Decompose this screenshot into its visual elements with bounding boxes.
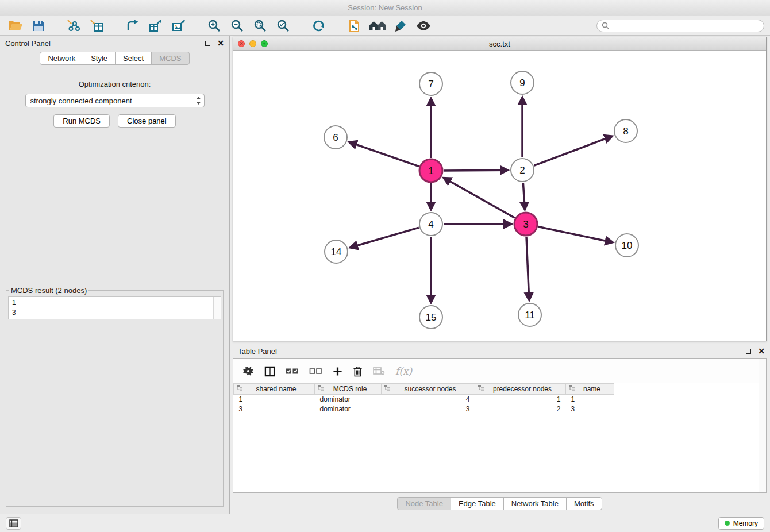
session-document-button[interactable] [345,17,364,34]
minimize-window-icon[interactable]: − [249,40,256,47]
show-graphics-details-button[interactable] [414,17,433,34]
deselect-all-button[interactable] [309,367,322,376]
add-column-button[interactable] [333,367,342,376]
import-table-button[interactable] [87,17,107,34]
cell-shared-name[interactable]: 3 [234,404,315,414]
main-toolbar [0,16,770,36]
delete-column-button[interactable] [353,366,363,377]
criterion-dropdown-value: strongly connected component [30,97,132,105]
edge-3-1[interactable] [444,178,515,218]
table-tab-node-table[interactable]: Node Table [397,497,451,510]
result-scrollbar[interactable] [213,297,221,319]
edge-2-3[interactable] [523,183,525,209]
task-history-button[interactable] [6,517,21,530]
edge-2-8[interactable] [534,136,612,165]
edge-1-2[interactable] [444,170,507,171]
column-type-icon [568,385,575,393]
close-panel-button[interactable]: Close panel [118,114,176,128]
cell-predecessor-nodes[interactable]: 2 [475,404,566,414]
search-input[interactable] [612,22,759,30]
cell-successor-nodes[interactable]: 4 [382,395,475,404]
cell-MCDS-role[interactable]: dominator [315,404,382,414]
node-label-9: 9 [519,78,525,88]
column-header-successor-nodes[interactable]: successor nodes [382,384,475,395]
mcds-result-line: 3 [12,308,210,318]
open-file-button[interactable] [6,17,25,34]
refresh-view-button[interactable] [309,17,329,34]
network-window-titlebar[interactable]: ✕ − + scc.txt [233,37,766,51]
app-window: Session: New Session [0,0,770,532]
close-table-panel-icon[interactable]: ✕ [758,347,765,355]
zoom-out-button[interactable] [228,17,247,34]
search-field[interactable] [596,20,764,32]
zoom-fit-button[interactable] [251,17,270,34]
network-canvas[interactable]: 1234678910111415 [233,51,766,341]
window-title: Session: New Session [348,3,422,12]
cell-predecessor-nodes[interactable]: 1 [475,395,566,404]
cell-name[interactable]: 1 [566,395,614,404]
table-settings-button[interactable] [242,365,254,377]
table-tab-edge-table[interactable]: Edge Table [451,497,504,510]
show-columns-button[interactable] [264,366,275,377]
zoom-in-icon [207,19,221,33]
run-mcds-button[interactable]: Run MCDS [53,114,110,128]
import-table-icon [90,20,104,32]
column-header-name[interactable]: name [566,384,614,395]
delete-table-button-disabled[interactable] [373,367,385,376]
table-row[interactable]: 3dominator323 [234,404,614,414]
maximize-window-icon[interactable]: + [261,40,268,47]
node-table: shared nameMCDS rolesuccessor nodesprede… [233,383,614,414]
mcds-result-title: MCDS result (2 nodes) [9,286,88,295]
table-tab-network-table[interactable]: Network Table [503,497,567,510]
brush-icon [394,20,407,32]
tab-style[interactable]: Style [83,52,116,65]
node-label-4: 4 [428,219,433,230]
float-table-panel-icon[interactable] [746,349,751,354]
tab-mcds[interactable]: MCDS [151,52,189,65]
column-header-shared-name[interactable]: shared name [234,384,315,395]
cell-name[interactable]: 3 [566,404,614,414]
column-type-icon [478,385,484,393]
float-panel-icon[interactable] [205,41,210,46]
table-scrollbar[interactable] [759,359,766,492]
column-header-MCDS-role[interactable]: MCDS role [315,384,382,395]
edge-3-10[interactable] [538,227,613,242]
home-panels-button[interactable] [368,17,387,34]
zoom-selected-button[interactable] [274,17,293,34]
edge-3-11[interactable] [526,237,529,300]
import-network-button[interactable] [64,17,84,34]
tab-network[interactable]: Network [40,52,83,65]
memory-status-icon [725,521,730,526]
cell-successor-nodes[interactable]: 3 [382,404,475,414]
export-network-button[interactable] [123,17,143,34]
edge-1-6[interactable] [350,142,419,167]
table-row[interactable]: 1dominator411 [234,395,614,404]
network-graph-svg[interactable]: 1234678910111415 [233,51,763,340]
tab-select[interactable]: Select [115,52,152,65]
import-network-icon [67,20,81,32]
table-tab-motifs[interactable]: Motifs [566,497,602,510]
control-panel: Control Panel ✕ NetworkStyleSelectMCDS O… [0,36,230,514]
close-panel-icon[interactable]: ✕ [217,39,224,47]
floppy-save-icon [32,20,45,32]
select-all-button[interactable] [286,367,299,376]
mcds-result-box: 13 [8,296,221,319]
criterion-dropdown[interactable]: strongly connected component [25,94,205,107]
save-session-button[interactable] [29,17,48,34]
cell-MCDS-role[interactable]: dominator [315,395,382,404]
style-brush-button[interactable] [391,17,410,34]
workspace-column: ✕ − + scc.txt 1234678910111415 Table Pan… [230,36,770,514]
column-header-predecessor-nodes[interactable]: predecessor nodes [475,384,566,395]
mcds-panel: Optimization criterion: strongly connect… [0,70,229,514]
window-titlebar[interactable]: Session: New Session [0,0,770,16]
cell-shared-name[interactable]: 1 [234,395,315,404]
open-folder-icon [8,20,23,32]
memory-button[interactable]: Memory [718,517,764,530]
node-label-11: 11 [525,310,535,321]
export-table-button[interactable] [146,17,165,34]
function-builder-button[interactable]: f(x) [395,365,412,377]
export-image-button[interactable] [169,17,188,34]
zoom-in-button[interactable] [205,17,224,34]
close-window-icon[interactable]: ✕ [238,40,245,47]
edge-4-14[interactable] [351,228,419,248]
